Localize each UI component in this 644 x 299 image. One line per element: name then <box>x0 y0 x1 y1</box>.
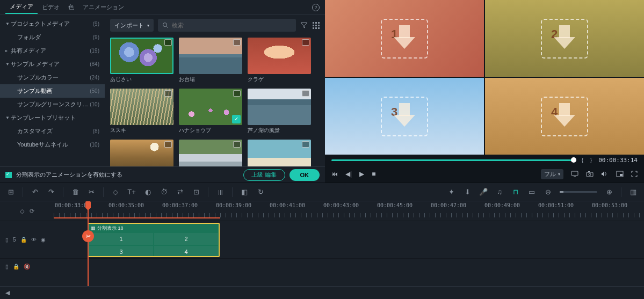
panel-icon[interactable]: ▥ <box>629 188 638 196</box>
svg-rect-17 <box>620 174 623 176</box>
music-icon[interactable]: ♫ <box>495 188 504 196</box>
svg-rect-13 <box>587 172 593 177</box>
sidebar-item[interactable]: ▼テンプレートプリセット <box>0 111 105 125</box>
video-badge-icon <box>302 90 309 97</box>
panel-footer: 分割表示のアニメーションを有効にする 上級 編集 OK <box>0 166 325 183</box>
mic-icon[interactable]: 🎤 <box>479 188 488 196</box>
video-track-head[interactable]: ▯ 5 🔒 👁 ◉ <box>0 221 54 258</box>
media-clip[interactable]: 芦ノ湖の風景 <box>248 89 311 134</box>
preview-cell-2[interactable]: 2 <box>485 0 644 77</box>
frame-icon[interactable]: ▭ <box>527 188 536 196</box>
import-button[interactable]: インポート ▾ <box>110 19 154 32</box>
scrub-handle[interactable] <box>571 157 576 163</box>
zoom-in-icon[interactable]: ⊕ <box>605 188 613 196</box>
sidebar-item[interactable]: ▼サンプル メディア(84) <box>0 57 105 71</box>
advanced-edit-button[interactable]: 上級 編集 <box>243 169 285 181</box>
sidebar-item[interactable]: サンプル動画(50) <box>0 84 105 98</box>
sidebar-item[interactable]: サンプルグリーンスクリーン(10) <box>0 98 105 111</box>
tab-animation[interactable]: アニメーション <box>78 1 128 13</box>
speed-icon[interactable]: ⏱ <box>160 188 168 196</box>
grid-view-icon[interactable] <box>312 21 320 29</box>
preview-panel: 1 2 3 4 { } 00:00:33:14 ⏮ ◀| ▶ ■ フル▾ <box>325 0 644 183</box>
volume-icon[interactable] <box>601 171 609 177</box>
text-icon[interactable]: T+ <box>127 188 136 196</box>
sidebar-item[interactable]: カスタマイズ(8) <box>0 125 105 138</box>
svg-rect-3 <box>315 22 317 24</box>
snapshot-icon[interactable] <box>586 171 594 177</box>
scissor-handle[interactable]: ✂ <box>82 230 94 242</box>
download-icon[interactable]: ⬇ <box>463 188 472 196</box>
pip-icon[interactable] <box>616 171 624 177</box>
ruler-label: 00:00:47:00 <box>431 202 466 208</box>
mark-out-icon[interactable]: } <box>590 157 593 163</box>
undo-icon[interactable]: ↶ <box>31 188 39 196</box>
mixer-icon[interactable]: ◧ <box>240 188 249 196</box>
playhead[interactable] <box>85 201 91 208</box>
media-clip[interactable]: クラゲ <box>248 38 311 83</box>
redo-icon[interactable]: ↷ <box>47 188 55 196</box>
link-icon[interactable]: ⇄ <box>176 188 184 196</box>
visibility-icon[interactable]: ◉ <box>41 237 46 243</box>
preview-cell-3[interactable]: 3 <box>325 78 484 155</box>
palette-icon[interactable]: ◐ <box>143 188 152 196</box>
media-clip[interactable] <box>110 140 173 166</box>
animation-checkbox[interactable] <box>5 172 12 178</box>
filter-icon[interactable] <box>300 21 308 29</box>
lock-icon[interactable]: 🔒 <box>13 264 19 269</box>
preview-cell-4[interactable]: 4 <box>485 78 644 155</box>
media-clip[interactable]: ススキ <box>110 89 173 134</box>
stop-icon[interactable]: ■ <box>372 170 375 178</box>
timeline-clip[interactable]: ▦分割表示 18 1 2 3 4 <box>88 223 220 257</box>
media-clip[interactable]: ⬇ <box>248 140 311 166</box>
magnet-icon[interactable]: ⊓ <box>511 188 520 196</box>
time-ruler[interactable]: 00:00:33:0000:00:35:0000:00:37:0000:00:3… <box>54 201 644 221</box>
zoom-slider[interactable] <box>560 191 597 193</box>
gear-icon[interactable]: ✦ <box>447 188 455 196</box>
media-clip[interactable]: ✓ハナショウブ <box>179 89 242 134</box>
video-badge-icon <box>164 39 172 46</box>
sidebar-item[interactable]: ▸共有メディア(19) <box>0 44 105 57</box>
refresh-icon[interactable]: ↻ <box>256 188 265 196</box>
media-clip[interactable] <box>179 140 242 166</box>
marker-icon[interactable]: ◇ <box>111 188 120 196</box>
sidebar-item[interactable]: サンプルカラー(24) <box>0 71 105 84</box>
tab-media[interactable]: メディア <box>5 1 38 14</box>
mute-icon[interactable]: 👁 <box>31 237 37 243</box>
tab-color[interactable]: 色 <box>64 1 78 13</box>
mark-in-icon[interactable]: { <box>582 157 585 163</box>
delete-icon[interactable]: 🗑 <box>71 188 79 196</box>
video-track-lane[interactable]: ▦分割表示 18 1 2 3 4 <box>54 221 644 258</box>
media-clip[interactable]: あじさい <box>110 38 173 83</box>
preview-cell-1[interactable]: 1 <box>325 0 484 77</box>
sidebar-item[interactable]: ▼プロジェクトメディア(9) <box>0 17 105 31</box>
audio-track-head[interactable]: ▯ 🔒 🔇 <box>0 259 54 274</box>
step-back-icon[interactable]: ◀| <box>345 170 352 178</box>
lock-icon[interactable]: 🔒 <box>20 237 27 243</box>
expand-icon[interactable]: ⊞ <box>6 188 15 196</box>
media-clip[interactable]: お台場 <box>179 38 242 83</box>
fullscreen-icon[interactable] <box>631 171 638 177</box>
quality-select[interactable]: フル▾ <box>541 169 563 179</box>
ok-button[interactable]: OK <box>290 169 320 181</box>
search-input[interactable] <box>172 22 292 28</box>
sidebar-item[interactable]: フォルダ(9) <box>0 31 105 44</box>
crop-icon[interactable]: ⊡ <box>192 188 200 196</box>
zoom-out-icon[interactable]: ⊖ <box>544 188 552 196</box>
mute-icon[interactable]: 🔇 <box>24 264 30 269</box>
prev-frame-icon[interactable]: ⏮ <box>331 170 338 178</box>
audio-track-lane[interactable] <box>54 259 644 274</box>
marker-toggle-icon[interactable]: ◇ <box>20 208 24 215</box>
link-toggle-icon[interactable]: ⟳ <box>30 208 34 215</box>
help-icon[interactable]: ? <box>312 4 320 11</box>
search-field[interactable] <box>158 19 296 32</box>
display-icon[interactable] <box>571 171 578 177</box>
track-icon[interactable]: ⫼ <box>216 188 225 196</box>
tab-video[interactable]: ビデオ <box>38 1 64 13</box>
ruler-label: 00:00:51:00 <box>538 202 574 208</box>
sidebar-item[interactable]: Youtubeサムネイル(10) <box>0 138 105 151</box>
preview-scrubber[interactable]: { } 00:00:33:14 <box>325 155 644 165</box>
cut-icon[interactable]: ✂ <box>87 188 96 196</box>
clip-title: 分割表示 18 <box>97 225 124 232</box>
scroll-left-icon[interactable]: ◀ <box>5 289 10 296</box>
play-icon[interactable]: ▶ <box>359 170 364 178</box>
